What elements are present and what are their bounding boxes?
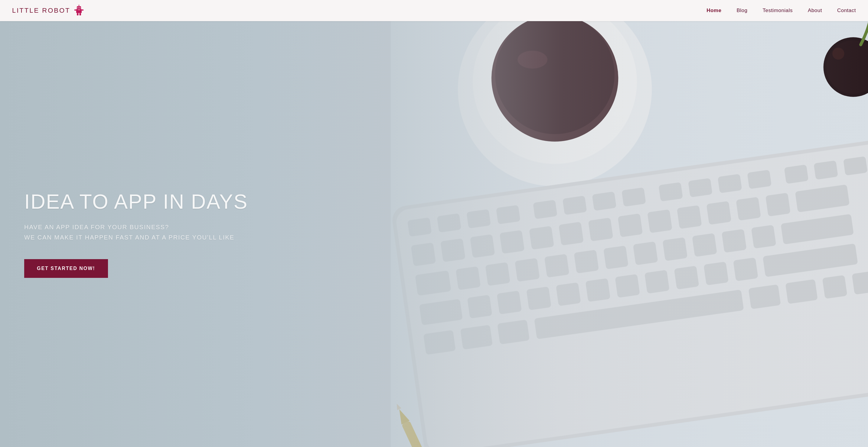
svg-rect-9 xyxy=(77,13,79,15)
svg-rect-11 xyxy=(74,9,76,10)
svg-rect-10 xyxy=(80,13,81,15)
navbar: LITTLE ROBOT Home xyxy=(0,0,868,21)
nav-link-contact[interactable]: Contact xyxy=(837,7,856,13)
brand-logo[interactable]: LITTLE ROBOT xyxy=(12,5,85,16)
nav-item-about[interactable]: About xyxy=(808,7,822,13)
hero-content: IDEA TO APP IN DAYS HAVE AN APP IDEA FOR… xyxy=(0,190,272,278)
cta-button[interactable]: GET STARTED NOW! xyxy=(24,259,108,278)
nav-link-blog[interactable]: Blog xyxy=(737,7,747,13)
svg-rect-8 xyxy=(78,9,81,10)
nav-item-contact[interactable]: Contact xyxy=(837,7,856,13)
hero-subtitle: HAVE AN APP IDEA FOR YOUR BUSINESS? WE C… xyxy=(24,222,248,243)
robot-icon xyxy=(73,5,85,16)
nav-links: Home Blog Testimonials About Contact xyxy=(707,7,856,13)
svg-point-3 xyxy=(79,5,80,5)
nav-item-home[interactable]: Home xyxy=(707,7,721,13)
nav-link-testimonials[interactable]: Testimonials xyxy=(763,7,793,13)
nav-item-blog[interactable]: Blog xyxy=(737,7,747,13)
svg-point-7 xyxy=(80,7,81,8)
svg-rect-12 xyxy=(82,9,84,10)
nav-link-about[interactable]: About xyxy=(808,7,822,13)
nav-item-testimonials[interactable]: Testimonials xyxy=(763,7,793,13)
hero-subtitle-line2: WE CAN MAKE IT HAPPEN FAST AND AT A PRIC… xyxy=(24,234,235,241)
hero-desk-image xyxy=(391,0,868,447)
svg-rect-98 xyxy=(391,0,868,447)
hero-section: IDEA TO APP IN DAYS HAVE AN APP IDEA FOR… xyxy=(0,0,868,447)
brand-name: LITTLE ROBOT xyxy=(12,7,70,14)
svg-point-6 xyxy=(78,7,79,8)
nav-link-home[interactable]: Home xyxy=(707,7,721,13)
hero-title: IDEA TO APP IN DAYS xyxy=(24,190,248,213)
hero-subtitle-line1: HAVE AN APP IDEA FOR YOUR BUSINESS? xyxy=(24,224,169,231)
